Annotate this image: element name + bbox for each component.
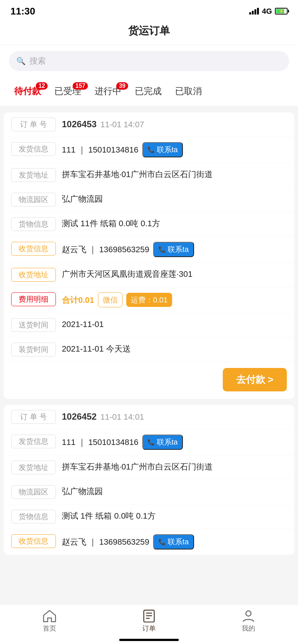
tab-badge-progress: 39 — [116, 82, 128, 90]
receiver-address-1: 广州市天河区凤凰街道观音座莲·301 — [62, 268, 193, 280]
label-goods-1: 货物信息 — [11, 217, 56, 231]
order-card-1: 订 单 号 1026453 11-01 14:07 发货信息 111 ｜ 150… — [4, 112, 294, 399]
order-row-delivery-1: 送货时间 2021-11-01 — [4, 313, 294, 337]
phone-icon-1: 📞 — [148, 146, 155, 153]
label-receiver-2: 收货信息 — [11, 534, 56, 548]
page-title: 货运订单 — [0, 20, 298, 45]
order-row-receiver-1: 收货信息 赵云飞 ｜ 13698563259 📞 联系ta — [4, 237, 294, 263]
order-row-number-2: 订 单 号 1026452 11-01 14:01 — [4, 405, 294, 429]
tab-cancelled[interactable]: 已取消 — [168, 82, 209, 100]
tab-in-progress[interactable]: 进行中 39 — [88, 82, 128, 100]
sender-address-2: 拼车宝石井基地·01广州市白云区石门街道 — [62, 461, 213, 473]
svg-point-4 — [246, 611, 251, 616]
sender-contact-btn-2[interactable]: 📞 联系ta — [142, 435, 183, 450]
label-logistics-2: 物流园区 — [11, 485, 56, 499]
logistics-info-2: 弘广物流园 — [62, 485, 103, 497]
pay-button-1[interactable]: 去付款 > — [223, 368, 287, 391]
home-icon — [42, 609, 57, 622]
label-receiver-addr-1: 收货地址 — [11, 268, 56, 282]
status-bar: 11:30 4G ⚡ — [0, 0, 298, 20]
status-time: 11:30 — [10, 6, 35, 17]
search-icon: 🔍 — [16, 57, 26, 65]
order-row-number-1: 订 单 号 1026453 11-01 14:07 — [4, 112, 294, 137]
order-row-receiver-addr-1: 收货地址 广州市天河区凤凰街道观音座莲·301 — [4, 263, 294, 287]
orders-icon — [142, 609, 156, 622]
phone-icon-2: 📞 — [148, 439, 155, 446]
bottom-nav: 首页 订单 我的 — [0, 604, 298, 644]
status-icons: 4G ⚡ — [249, 7, 288, 16]
receiver-contact-btn-2[interactable]: 📞 联系ta — [153, 534, 194, 550]
sender-address-1: 拼车宝石井基地·01广州市白云区石门街道 — [62, 168, 213, 180]
orders-list: 订 单 号 1026453 11-01 14:07 发货信息 111 ｜ 150… — [0, 112, 298, 605]
pay-btn-row-1: 去付款 > — [4, 362, 294, 399]
search-bar[interactable]: 🔍 搜索 — [9, 51, 289, 71]
order-row-loading-1: 装货时间 2021-11-01 今天送 — [4, 337, 294, 362]
search-placeholder-text: 搜索 — [29, 55, 46, 67]
order-row-logistics-1: 物流园区 弘广物流园 — [4, 188, 294, 212]
sender-contact-btn-1[interactable]: 📞 联系ta — [142, 142, 183, 157]
label-sender-addr-2: 发货地址 — [11, 461, 56, 474]
order-row-sender-2: 发货信息 111 ｜ 15010134816 📞 联系ta — [4, 429, 294, 455]
tab-received[interactable]: 已受理 157 — [48, 82, 88, 100]
nav-orders-label: 订单 — [142, 624, 156, 633]
order-row-sender-1: 发货信息 111 ｜ 15010134816 📞 联系ta — [4, 137, 294, 163]
tab-badge-received: 157 — [73, 82, 88, 90]
signal-icon — [249, 8, 259, 15]
order-card-2: 订 单 号 1026452 11-01 14:01 发货信息 111 ｜ 150… — [4, 405, 294, 555]
nav-home[interactable]: 首页 — [0, 609, 99, 633]
order-row-goods-1: 货物信息 测试 11件 纸箱 0.0吨 0.1方 — [4, 212, 294, 237]
battery-icon: ⚡ — [275, 8, 288, 15]
nav-profile[interactable]: 我的 — [199, 609, 298, 633]
label-sender-1: 发货信息 — [11, 142, 56, 156]
phone-icon-receiver-1: 📞 — [158, 246, 166, 253]
label-logistics-1: 物流园区 — [11, 193, 56, 206]
order-row-sender-addr-2: 发货地址 拼车宝石井基地·01广州市白云区石门街道 — [4, 455, 294, 480]
label-order-no-2: 订 单 号 — [11, 410, 56, 424]
tab-completed[interactable]: 已完成 — [128, 82, 168, 100]
order-number-2: 1026452 — [62, 410, 96, 423]
label-loading-1: 装货时间 — [11, 343, 56, 356]
label-goods-2: 货物信息 — [11, 510, 56, 523]
phone-icon-receiver-2: 📞 — [158, 538, 166, 545]
label-sender-2: 发货信息 — [11, 435, 56, 448]
fee-wechat-1: 微信 — [98, 292, 123, 307]
receiver-info-2: 赵云飞 ｜ 13698563259 — [62, 536, 149, 548]
order-row-goods-2: 货物信息 测试 1件 纸箱 0.0吨 0.1方 — [4, 504, 294, 529]
home-indicator — [119, 639, 179, 641]
label-sender-addr-1: 发货地址 — [11, 168, 56, 182]
label-delivery-1: 送货时间 — [11, 318, 56, 332]
profile-icon — [241, 609, 256, 622]
order-row-receiver-2: 收货信息 赵云飞 ｜ 13698563259 📞 联系ta — [4, 529, 294, 555]
label-receiver-1: 收货信息 — [11, 242, 56, 256]
order-row-logistics-2: 物流园区 弘广物流园 — [4, 480, 294, 504]
nav-orders[interactable]: 订单 — [99, 609, 199, 633]
label-fee-1: 费用明细 — [11, 292, 56, 306]
loading-time-1: 2021-11-01 今天送 — [62, 343, 131, 355]
nav-home-label: 首页 — [43, 624, 56, 633]
order-time-2: 11-01 14:01 — [100, 411, 144, 423]
order-time-1: 11-01 14:07 — [100, 118, 144, 131]
network-label: 4G — [262, 7, 272, 16]
sender-info-2: 111 ｜ 15010134816 — [62, 436, 139, 448]
goods-info-2: 测试 1件 纸箱 0.0吨 0.1方 — [62, 510, 156, 522]
delivery-time-1: 2021-11-01 — [62, 318, 104, 330]
tab-pending-payment[interactable]: 待付款 12 — [7, 82, 48, 100]
search-section: 🔍 搜索 — [0, 45, 298, 79]
filter-tabs: 待付款 12 已受理 157 进行中 39 已完成 已取消 — [0, 79, 298, 106]
fee-total-1: 合计0.01 — [62, 294, 94, 306]
receiver-contact-btn-1[interactable]: 📞 联系ta — [153, 242, 194, 257]
logistics-info-1: 弘广物流园 — [62, 193, 103, 205]
fee-shipping-1: 运费：0.01 — [126, 293, 172, 307]
sender-info-1: 111 ｜ 15010134816 — [62, 144, 139, 156]
tab-badge-pending: 12 — [36, 82, 48, 90]
nav-profile-label: 我的 — [242, 624, 255, 633]
receiver-info-1: 赵云飞 ｜ 13698563259 — [62, 243, 149, 256]
order-row-sender-addr-1: 发货地址 拼车宝石井基地·01广州市白云区石门街道 — [4, 163, 294, 188]
label-order-no-1: 订 单 号 — [11, 118, 56, 131]
goods-info-1: 测试 11件 纸箱 0.0吨 0.1方 — [62, 217, 160, 230]
order-row-fee-1: 费用明细 合计0.01 微信 运费：0.01 — [4, 287, 294, 313]
order-number-1: 1026453 — [62, 118, 96, 131]
